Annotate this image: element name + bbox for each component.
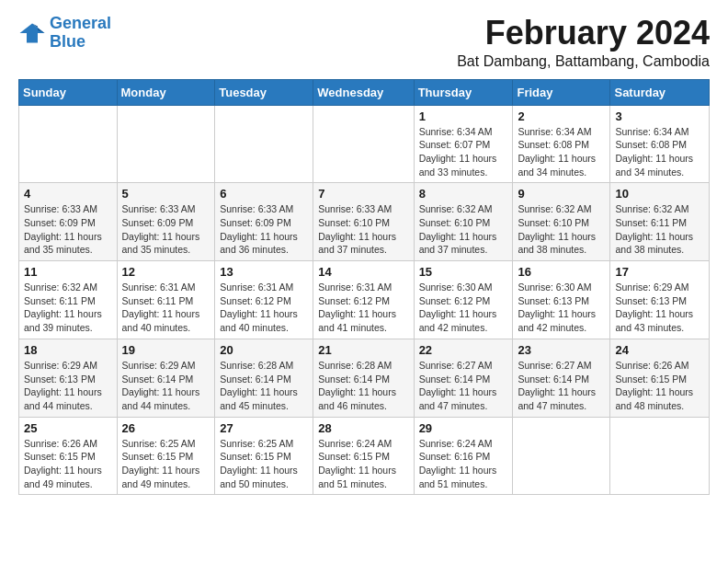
calendar-day-cell: 18Sunrise: 6:29 AM Sunset: 6:13 PM Dayli… [19,339,118,417]
calendar-day-cell: 7Sunrise: 6:33 AM Sunset: 6:10 PM Daylig… [313,183,414,261]
day-info: Sunrise: 6:29 AM Sunset: 6:13 PM Dayligh… [615,281,704,335]
day-number: 2 [518,109,605,123]
day-number: 4 [24,187,112,201]
calendar-body: 1Sunrise: 6:34 AM Sunset: 6:07 PM Daylig… [19,105,710,495]
calendar-day-cell: 3Sunrise: 6:34 AM Sunset: 6:08 PM Daylig… [610,105,710,183]
calendar-day-cell: 29Sunrise: 6:24 AM Sunset: 6:16 PM Dayli… [414,417,513,495]
day-number: 24 [615,343,704,357]
day-info: Sunrise: 6:28 AM Sunset: 6:14 PM Dayligh… [220,359,308,413]
day-info: Sunrise: 6:30 AM Sunset: 6:13 PM Dayligh… [518,281,605,335]
weekday-header-cell: Saturday [610,79,710,105]
day-number: 25 [24,421,112,435]
calendar-week-row: 18Sunrise: 6:29 AM Sunset: 6:13 PM Dayli… [19,339,710,417]
calendar: SundayMondayTuesdayWednesdayThursdayFrid… [18,79,710,496]
day-number: 19 [122,343,210,357]
day-info: Sunrise: 6:31 AM Sunset: 6:12 PM Dayligh… [220,281,308,335]
day-number: 7 [318,187,408,201]
location-title: Bat Dambang, Battambang, Cambodia [457,53,710,70]
day-number: 13 [220,265,308,279]
calendar-day-cell: 2Sunrise: 6:34 AM Sunset: 6:08 PM Daylig… [513,105,610,183]
day-number: 26 [122,421,210,435]
weekday-header-cell: Wednesday [313,79,414,105]
day-number: 8 [419,187,508,201]
day-number: 23 [518,343,605,357]
day-number: 17 [615,265,704,279]
day-info: Sunrise: 6:34 AM Sunset: 6:08 PM Dayligh… [615,125,704,179]
day-info: Sunrise: 6:32 AM Sunset: 6:11 PM Dayligh… [24,281,112,335]
calendar-week-row: 11Sunrise: 6:32 AM Sunset: 6:11 PM Dayli… [19,261,710,339]
day-info: Sunrise: 6:28 AM Sunset: 6:14 PM Dayligh… [318,359,408,413]
day-number: 11 [24,265,112,279]
calendar-day-cell: 26Sunrise: 6:25 AM Sunset: 6:15 PM Dayli… [117,417,215,495]
day-info: Sunrise: 6:25 AM Sunset: 6:15 PM Dayligh… [122,437,210,491]
day-info: Sunrise: 6:34 AM Sunset: 6:08 PM Dayligh… [518,125,605,179]
day-info: Sunrise: 6:29 AM Sunset: 6:13 PM Dayligh… [24,359,112,413]
weekday-header-cell: Monday [117,79,215,105]
calendar-week-row: 25Sunrise: 6:26 AM Sunset: 6:15 PM Dayli… [19,417,710,495]
calendar-day-cell: 21Sunrise: 6:28 AM Sunset: 6:14 PM Dayli… [313,339,414,417]
day-info: Sunrise: 6:33 AM Sunset: 6:09 PM Dayligh… [122,202,210,257]
calendar-day-cell [117,105,215,183]
calendar-week-row: 1Sunrise: 6:34 AM Sunset: 6:07 PM Daylig… [19,105,710,183]
calendar-day-cell: 5Sunrise: 6:33 AM Sunset: 6:09 PM Daylig… [117,183,215,261]
day-info: Sunrise: 6:26 AM Sunset: 6:15 PM Dayligh… [615,359,704,413]
logo-text: General Blue [50,15,111,52]
weekday-header-cell: Friday [513,79,610,105]
calendar-day-cell: 6Sunrise: 6:33 AM Sunset: 6:09 PM Daylig… [215,183,313,261]
calendar-day-cell: 20Sunrise: 6:28 AM Sunset: 6:14 PM Dayli… [215,339,313,417]
calendar-day-cell: 27Sunrise: 6:25 AM Sunset: 6:15 PM Dayli… [215,417,313,495]
day-number: 29 [419,421,508,435]
title-area: February 2024 Bat Dambang, Battambang, C… [457,15,710,70]
calendar-day-cell: 23Sunrise: 6:27 AM Sunset: 6:14 PM Dayli… [513,339,610,417]
day-number: 22 [419,343,508,357]
weekday-header-cell: Thursday [414,79,513,105]
svg-marker-0 [20,23,45,42]
day-number: 6 [220,187,308,201]
calendar-week-row: 4Sunrise: 6:33 AM Sunset: 6:09 PM Daylig… [19,183,710,261]
calendar-day-cell: 22Sunrise: 6:27 AM Sunset: 6:14 PM Dayli… [414,339,513,417]
calendar-day-cell: 8Sunrise: 6:32 AM Sunset: 6:10 PM Daylig… [414,183,513,261]
day-number: 10 [615,187,704,201]
calendar-day-cell: 1Sunrise: 6:34 AM Sunset: 6:07 PM Daylig… [414,105,513,183]
logo-icon [18,20,46,46]
calendar-day-cell [19,105,118,183]
day-info: Sunrise: 6:24 AM Sunset: 6:16 PM Dayligh… [419,437,508,491]
calendar-day-cell: 13Sunrise: 6:31 AM Sunset: 6:12 PM Dayli… [215,261,313,339]
calendar-day-cell: 17Sunrise: 6:29 AM Sunset: 6:13 PM Dayli… [610,261,710,339]
day-number: 27 [220,421,308,435]
day-number: 3 [615,109,704,123]
calendar-day-cell: 28Sunrise: 6:24 AM Sunset: 6:15 PM Dayli… [313,417,414,495]
day-number: 14 [318,265,408,279]
weekday-header-cell: Sunday [19,79,118,105]
calendar-day-cell: 9Sunrise: 6:32 AM Sunset: 6:10 PM Daylig… [513,183,610,261]
day-info: Sunrise: 6:31 AM Sunset: 6:12 PM Dayligh… [318,281,408,335]
day-info: Sunrise: 6:26 AM Sunset: 6:15 PM Dayligh… [24,437,112,491]
calendar-day-cell: 4Sunrise: 6:33 AM Sunset: 6:09 PM Daylig… [19,183,118,261]
header: General Blue February 2024 Bat Dambang, … [18,15,710,70]
day-number: 18 [24,343,112,357]
day-number: 15 [419,265,508,279]
day-number: 5 [122,187,210,201]
calendar-day-cell: 19Sunrise: 6:29 AM Sunset: 6:14 PM Dayli… [117,339,215,417]
day-info: Sunrise: 6:29 AM Sunset: 6:14 PM Dayligh… [122,359,210,413]
weekday-header-cell: Tuesday [215,79,313,105]
calendar-day-cell [513,417,610,495]
day-number: 12 [122,265,210,279]
logo: General Blue [18,15,111,52]
weekday-header-row: SundayMondayTuesdayWednesdayThursdayFrid… [19,79,710,105]
calendar-day-cell: 15Sunrise: 6:30 AM Sunset: 6:12 PM Dayli… [414,261,513,339]
day-info: Sunrise: 6:30 AM Sunset: 6:12 PM Dayligh… [419,281,508,335]
day-info: Sunrise: 6:33 AM Sunset: 6:09 PM Dayligh… [24,202,112,257]
day-number: 16 [518,265,605,279]
day-info: Sunrise: 6:33 AM Sunset: 6:10 PM Dayligh… [318,202,408,257]
day-info: Sunrise: 6:27 AM Sunset: 6:14 PM Dayligh… [518,359,605,413]
calendar-day-cell: 16Sunrise: 6:30 AM Sunset: 6:13 PM Dayli… [513,261,610,339]
day-number: 1 [419,109,508,123]
day-info: Sunrise: 6:24 AM Sunset: 6:15 PM Dayligh… [318,437,408,491]
day-number: 9 [518,187,605,201]
calendar-day-cell: 14Sunrise: 6:31 AM Sunset: 6:12 PM Dayli… [313,261,414,339]
day-info: Sunrise: 6:32 AM Sunset: 6:10 PM Dayligh… [419,202,508,257]
day-number: 20 [220,343,308,357]
calendar-day-cell [610,417,710,495]
calendar-day-cell [313,105,414,183]
